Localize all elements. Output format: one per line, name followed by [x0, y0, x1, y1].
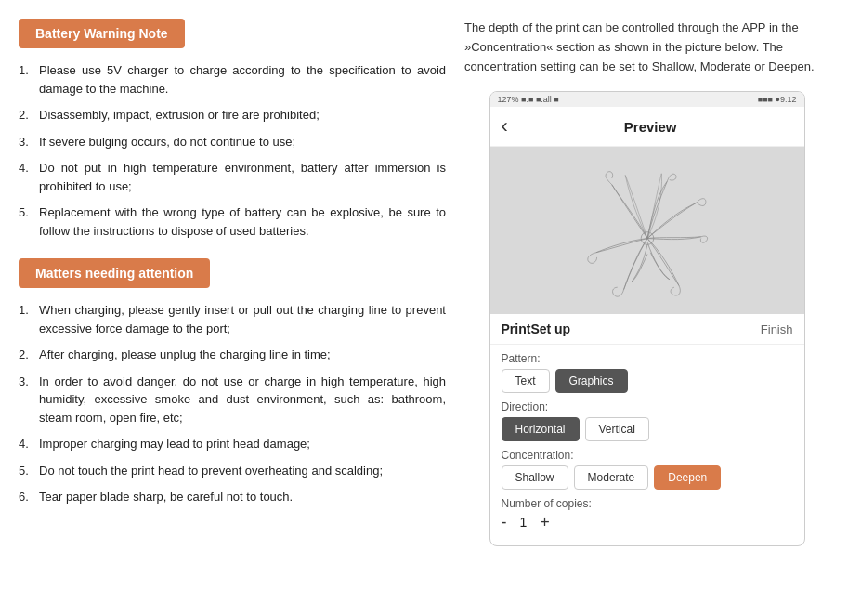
list-item: 4.Do not put in high temperature environ… [19, 159, 446, 195]
concentration-btn-group: Shallow Moderate Deepen [502, 465, 793, 490]
list-item: 3.In order to avoid danger, do not use o… [19, 373, 446, 427]
print-setup-title: PrintSet up [502, 321, 571, 336]
deepen-button[interactable]: Deepen [654, 465, 721, 490]
concentration-row: Concentration: Shallow Moderate Deepen [502, 449, 793, 490]
finish-label[interactable]: Finish [761, 322, 793, 336]
list-item: 5.Replacement with the wrong type of bat… [19, 203, 446, 240]
phone-status-bar: 127% ■.■ ■.all ■ ■■■ ●9:12 [490, 92, 804, 107]
minus-button[interactable]: - [502, 514, 507, 531]
left-panel: Battery Warning Note 1.Please use 5V cha… [19, 19, 446, 597]
graphics-button[interactable]: Graphics [555, 369, 628, 393]
moderate-button[interactable]: Moderate [574, 465, 649, 490]
pattern-label: Pattern: [502, 352, 793, 365]
preview-title: Preview [508, 119, 793, 135]
pattern-row: Pattern: Text Graphics [502, 352, 793, 393]
list-item: 1.Please use 5V charger to charge accord… [19, 61, 446, 98]
list-item: 3.If severe bulging occurs, do not conti… [19, 133, 446, 151]
copies-controls: - 1 + [502, 514, 793, 531]
right-panel: The depth of the print can be controlled… [464, 19, 829, 597]
battery-list: 1.Please use 5V charger to charge accord… [19, 61, 446, 240]
copies-row-container: Number of copies: - 1 + [502, 497, 793, 531]
list-item: 2.Disassembly, impact, extrusion or fire… [19, 106, 446, 125]
phone-mockup: 127% ■.■ ■.all ■ ■■■ ●9:12 ‹ Preview [489, 91, 805, 546]
concentration-label: Concentration: [502, 449, 793, 462]
list-item: 5.Do not touch the print head to prevent… [19, 462, 446, 480]
status-right: ■■■ ●9:12 [758, 95, 797, 104]
direction-row: Direction: Horizontal Vertical [502, 400, 793, 441]
battery-badge: Battery Warning Note [19, 19, 185, 48]
shallow-button[interactable]: Shallow [502, 465, 568, 490]
status-left: 127% ■.■ ■.all ■ [498, 95, 559, 104]
settings-area: Pattern: Text Graphics Direction: Horizo… [490, 345, 804, 545]
pattern-btn-group: Text Graphics [502, 369, 793, 393]
list-item: 1.When charging, please gently insert or… [19, 301, 446, 337]
phone-header: ‹ Preview [490, 107, 804, 147]
list-item: 2.After charging, please unplug the char… [19, 346, 446, 364]
matters-list: 1.When charging, please gently insert or… [19, 301, 446, 506]
direction-btn-group: Horizontal Vertical [502, 417, 793, 441]
back-arrow-icon[interactable]: ‹ [502, 114, 508, 138]
plus-button[interactable]: + [540, 514, 550, 531]
list-item: 4.Improper charging may lead to print he… [19, 435, 446, 453]
text-button[interactable]: Text [502, 369, 550, 393]
horizontal-button[interactable]: Horizontal [502, 417, 580, 441]
flower-illustration [568, 151, 726, 309]
right-description: The depth of the print can be controlled… [464, 19, 829, 76]
flower-image-area [490, 147, 804, 314]
list-item: 6.Tear paper blade sharp, be careful not… [19, 488, 446, 506]
copies-label: Number of copies: [502, 497, 793, 510]
print-setup-bar: PrintSet up Finish [490, 314, 804, 345]
copies-count: 1 [520, 515, 528, 530]
vertical-button[interactable]: Vertical [585, 417, 649, 441]
matters-badge: Matters needing attention [19, 258, 210, 288]
direction-label: Direction: [502, 400, 793, 413]
